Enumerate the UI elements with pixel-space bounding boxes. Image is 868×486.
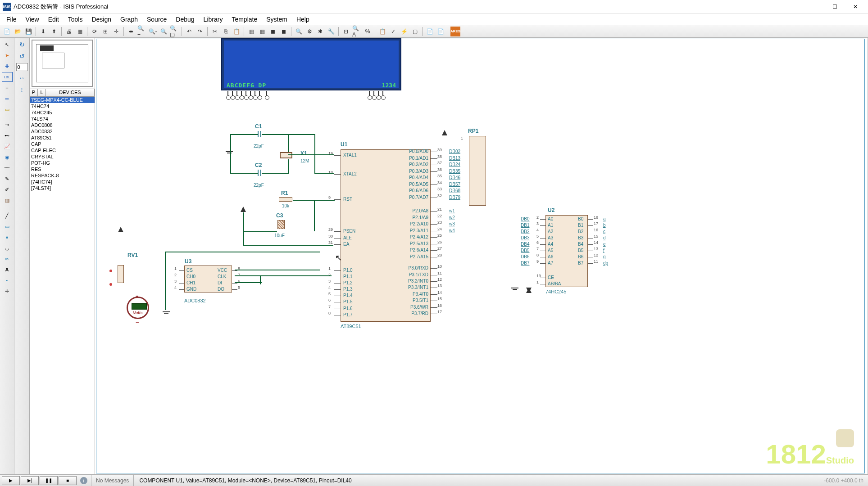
paste-icon[interactable]: 📋 [232,27,241,36]
selection-mode-icon[interactable]: ↖ [2,40,13,50]
origin-icon[interactable]: ✛ [111,27,121,36]
generator-icon[interactable]: 〰 [2,163,13,173]
bom-icon[interactable]: 📋 [377,27,387,36]
zoom-fit-icon[interactable]: 🔍 [159,27,168,36]
block-copy-icon[interactable]: ▦ [246,27,256,36]
arc-icon[interactable]: ◡ [2,243,13,253]
print-area-icon[interactable]: ▦ [75,27,85,36]
save-icon[interactable]: 💾 [23,27,33,36]
block-move-icon[interactable]: ▦ [257,27,267,36]
zoom-in-icon[interactable]: 🔍+ [137,27,147,36]
potentiometer-rv1[interactable] [118,265,124,283]
rotation-input[interactable] [16,63,28,71]
property-icon[interactable]: % [363,27,373,36]
import-icon[interactable]: ⬇ [38,27,48,36]
menu-source[interactable]: Source [142,14,171,24]
text-script-icon[interactable]: ≡ [2,83,13,93]
tape-icon[interactable]: ◉ [2,152,13,162]
overview-window[interactable] [32,40,93,87]
menu-design[interactable]: Design [87,14,116,24]
zoom-out-icon[interactable]: 🔍- [148,27,158,36]
new-icon[interactable]: 📄 [2,27,12,36]
pick-devices-button[interactable]: P [30,89,38,96]
libraries-button[interactable]: L [38,89,46,96]
menu-file[interactable]: File [2,14,21,24]
menu-view[interactable]: View [21,14,44,24]
cut-icon[interactable]: ✂ [210,27,220,36]
menu-template[interactable]: Template [227,14,262,24]
zoom-area-icon[interactable]: 🔍▢ [169,27,179,36]
block-rotate-icon[interactable]: ◼ [268,27,278,36]
line-icon[interactable]: ╱ [2,211,13,220]
box-icon[interactable]: ▭ [2,221,13,231]
voltage-probe-icon[interactable]: ✎ [2,174,13,184]
step-button[interactable]: ▶| [21,476,39,485]
device-pin-icon[interactable]: ⊷ [2,130,13,140]
menu-help[interactable]: Help [292,14,314,24]
maximize-button[interactable]: ☐ [825,0,845,13]
print-icon[interactable]: 🖨 [64,27,74,36]
text-icon[interactable]: A [2,265,13,274]
search-icon[interactable]: 🔍A [352,27,362,36]
refresh-icon[interactable]: ⟳ [90,27,100,36]
rotate-cw-icon[interactable]: ↻ [17,40,27,50]
resistor-r1[interactable] [279,197,292,202]
copy-icon[interactable]: ⎘ [221,27,231,36]
device-list-item[interactable]: 74LS74 [30,116,95,122]
mirror-h-icon[interactable]: ↔ [17,73,27,83]
pan-icon[interactable]: ⬌ [126,27,136,36]
device-list-item[interactable]: CAP [30,141,95,147]
menu-system[interactable]: System [262,14,292,24]
grid-icon[interactable]: ⊞ [100,27,110,36]
netlist-icon[interactable]: ⚡ [399,27,409,36]
menu-graph[interactable]: Graph [116,14,142,24]
make-device-icon[interactable]: ⚙ [304,27,314,36]
junction-mode-icon[interactable]: ✚ [2,61,13,71]
component-mode-icon[interactable]: ➤ [2,50,13,60]
messages-label[interactable]: No Messages [91,475,134,486]
block-delete-icon[interactable]: ◼ [279,27,289,36]
ares-icon[interactable]: ▢ [410,27,420,36]
pause-button[interactable]: ❚❚ [40,476,58,485]
menu-edit[interactable]: Edit [44,14,64,24]
capacitor-c3[interactable] [277,220,285,229]
instrument-icon[interactable]: ▥ [2,195,13,205]
seven-seg-display[interactable]: ABCDEFG DP 1234 [221,38,401,90]
undo-icon[interactable]: ↶ [184,27,194,36]
menu-debug[interactable]: Debug [171,14,199,24]
minimize-button[interactable]: ─ [804,0,825,13]
device-list-item[interactable]: 74HC245 [30,109,95,116]
path-icon[interactable]: ∞ [2,254,13,264]
voltmeter[interactable]: Volts [127,297,149,319]
device-list-item[interactable]: RESPACK-8 [30,172,95,179]
open-icon[interactable]: 📂 [13,27,23,36]
device-list-item[interactable]: POT-HG [30,160,95,166]
wire-label-icon[interactable]: LBL [2,72,13,82]
graph-mode-icon[interactable]: 📈 [2,141,13,151]
ares-link-icon[interactable]: ARES [450,27,460,36]
erc-icon[interactable]: ✓ [388,27,398,36]
menu-tools[interactable]: Tools [64,14,87,24]
pick-icon[interactable]: 🔍 [294,27,304,36]
doc1-icon[interactable]: 📄 [425,27,435,36]
device-list-item[interactable]: [74LS74] [30,185,95,191]
terminal-icon[interactable]: ⊸ [2,120,13,130]
device-list-item[interactable]: ADC0808 [30,122,95,128]
crystal-x1[interactable] [280,152,292,158]
symbol-icon[interactable]: ▪ [2,275,13,285]
menu-library[interactable]: Library [199,14,227,24]
doc2-icon[interactable]: 📄 [436,27,445,36]
redo-icon[interactable]: ↷ [195,27,205,36]
stop-button[interactable]: ■ [59,476,77,485]
mirror-v-icon[interactable]: ↕ [17,85,27,94]
device-list-item[interactable]: 7SEG-MPX4-CC-BLUE [30,97,95,103]
bus-mode-icon[interactable]: ╪ [2,94,13,104]
play-button[interactable]: ▶ [2,476,20,485]
current-probe-icon[interactable]: ✐ [2,184,13,194]
circle-icon[interactable]: ● [2,232,13,242]
respack-rp1[interactable] [469,136,486,206]
device-list-item[interactable]: [74HC74] [30,179,95,185]
device-list-item[interactable]: 74HC74 [30,103,95,109]
decompose-icon[interactable]: 🔧 [326,27,336,36]
export-icon[interactable]: ⬆ [49,27,59,36]
